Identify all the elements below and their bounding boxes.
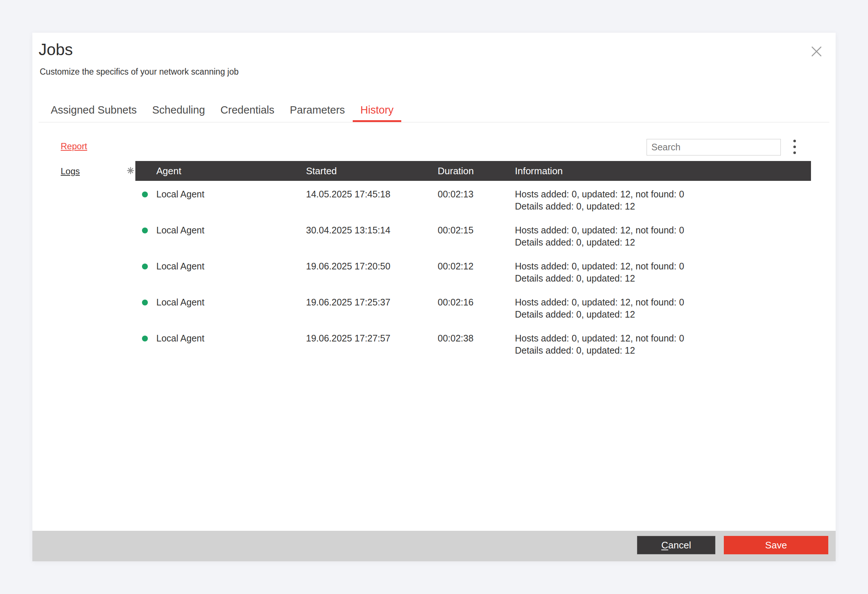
- duration-cell: 00:02:16: [438, 296, 515, 325]
- info-cell: Hosts added: 0, updated: 12, not found: …: [515, 296, 811, 325]
- status-dot-icon: [142, 192, 148, 198]
- report-link[interactable]: Report: [61, 141, 87, 151]
- agent-name: Local Agent: [156, 332, 205, 345]
- started-cell: 19.06.2025 17:20:50: [306, 260, 438, 289]
- info-cell: Hosts added: 0, updated: 12, not found: …: [515, 332, 811, 361]
- info-line-1: Hosts added: 0, updated: 12, not found: …: [515, 224, 811, 236]
- tab-credentials[interactable]: Credentials: [213, 101, 282, 122]
- logs-link[interactable]: Logs: [61, 167, 80, 176]
- started-cell: 14.05.2025 17:45:18: [306, 188, 438, 217]
- info-line-2: Details added: 0, updated: 12: [515, 236, 811, 249]
- info-line-2: Details added: 0, updated: 12: [515, 273, 811, 284]
- table-row[interactable]: Local Agent 19.06.2025 17:25:37 00:02:16…: [135, 289, 811, 325]
- table-body: Local Agent 14.05.2025 17:45:18 00:02:13…: [135, 181, 811, 361]
- info-line-1: Hosts added: 0, updated: 12, not found: …: [515, 188, 811, 200]
- agent-cell: Local Agent: [135, 188, 306, 200]
- close-icon: [811, 46, 822, 57]
- page-title: Jobs: [38, 41, 73, 59]
- kebab-menu-icon: [793, 146, 796, 148]
- kebab-menu-button[interactable]: [787, 138, 802, 155]
- info-line-2: Details added: 0, updated: 12: [515, 345, 811, 357]
- kebab-menu-icon: [793, 140, 796, 142]
- status-dot-icon: [142, 264, 148, 270]
- save-button[interactable]: Save: [724, 536, 828, 554]
- table-row[interactable]: Local Agent 30.04.2025 13:15:14 00:02:15…: [135, 217, 811, 253]
- table-row[interactable]: Local Agent 14.05.2025 17:45:18 00:02:13…: [135, 181, 811, 217]
- cancel-button[interactable]: Cancel: [637, 536, 715, 554]
- column-header-agent[interactable]: Agent: [135, 161, 306, 181]
- column-header-started[interactable]: Started: [306, 161, 438, 181]
- search-input[interactable]: [647, 139, 781, 155]
- tab-bar: Assigned Subnets Scheduling Credentials …: [43, 101, 401, 122]
- table-row[interactable]: Local Agent 19.06.2025 17:27:57 00:02:38…: [135, 325, 811, 361]
- started-cell: 19.06.2025 17:25:37: [306, 296, 438, 325]
- close-button[interactable]: [807, 42, 826, 61]
- started-cell: 30.04.2025 13:15:14: [306, 224, 438, 253]
- history-table: Agent Started Duration Information Local…: [135, 161, 811, 361]
- agent-name: Local Agent: [156, 296, 205, 308]
- info-cell: Hosts added: 0, updated: 12, not found: …: [515, 188, 811, 217]
- column-header-duration[interactable]: Duration: [438, 161, 515, 181]
- status-dot-icon: [142, 227, 148, 233]
- tab-parameters[interactable]: Parameters: [282, 101, 353, 122]
- footer-bar: Cancel Save: [32, 531, 836, 561]
- agent-cell: Local Agent: [135, 224, 306, 236]
- agent-name: Local Agent: [156, 260, 205, 273]
- duration-cell: 00:02:38: [438, 332, 515, 361]
- duration-cell: 00:02:15: [438, 224, 515, 253]
- info-line-2: Details added: 0, updated: 12: [515, 200, 811, 212]
- info-cell: Hosts added: 0, updated: 12, not found: …: [515, 224, 811, 253]
- asterisk-icon[interactable]: [127, 167, 134, 175]
- tab-assigned-subnets[interactable]: Assigned Subnets: [43, 101, 145, 122]
- info-cell: Hosts added: 0, updated: 12, not found: …: [515, 260, 811, 289]
- agent-cell: Local Agent: [135, 260, 306, 273]
- agent-name: Local Agent: [156, 224, 205, 236]
- status-dot-icon: [142, 336, 148, 342]
- tab-divider: [38, 122, 830, 122]
- page-subtitle: Customize the specifics of your network …: [40, 66, 239, 77]
- info-line-2: Details added: 0, updated: 12: [515, 308, 811, 321]
- tab-scheduling[interactable]: Scheduling: [145, 101, 213, 122]
- table-row[interactable]: Local Agent 19.06.2025 17:20:50 00:02:12…: [135, 253, 811, 289]
- info-line-1: Hosts added: 0, updated: 12, not found: …: [515, 332, 811, 345]
- table-header: Agent Started Duration Information: [135, 161, 811, 181]
- info-line-1: Hosts added: 0, updated: 12, not found: …: [515, 260, 811, 273]
- duration-cell: 00:02:13: [438, 188, 515, 217]
- status-dot-icon: [142, 299, 148, 305]
- agent-cell: Local Agent: [135, 296, 306, 308]
- duration-cell: 00:02:12: [438, 260, 515, 289]
- agent-name: Local Agent: [156, 188, 205, 200]
- kebab-menu-icon: [793, 152, 796, 154]
- column-header-information[interactable]: Information: [515, 161, 811, 181]
- tab-history[interactable]: History: [353, 101, 401, 122]
- agent-cell: Local Agent: [135, 332, 306, 345]
- info-line-1: Hosts added: 0, updated: 12, not found: …: [515, 296, 811, 308]
- jobs-dialog: Jobs Customize the specifics of your net…: [32, 33, 836, 561]
- started-cell: 19.06.2025 17:27:57: [306, 332, 438, 361]
